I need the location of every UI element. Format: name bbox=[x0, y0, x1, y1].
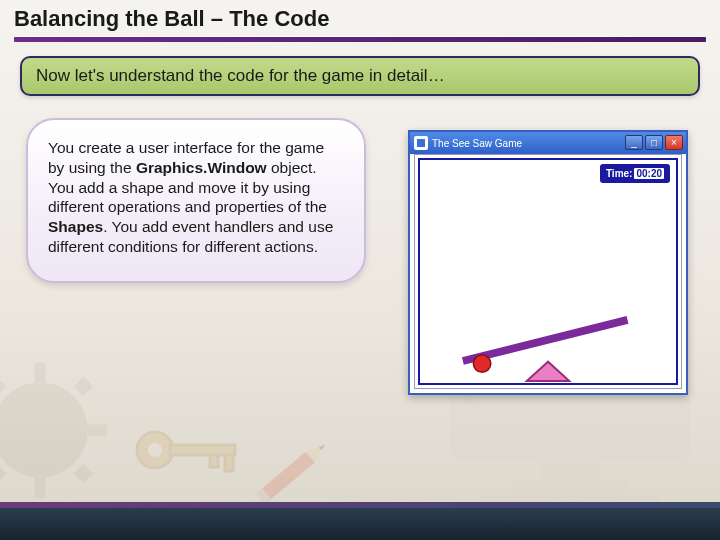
svg-rect-1 bbox=[34, 363, 45, 383]
svg-rect-21 bbox=[540, 460, 600, 480]
slide: 4 Balancing the Ball – The Code Now let'… bbox=[0, 0, 720, 540]
desc-bold1: Graphics.Window bbox=[136, 159, 267, 176]
svg-rect-2 bbox=[34, 478, 45, 498]
pencil-icon bbox=[251, 430, 339, 511]
svg-point-10 bbox=[137, 432, 173, 468]
svg-rect-12 bbox=[170, 445, 235, 455]
gear-icon bbox=[0, 360, 110, 500]
svg-rect-15 bbox=[256, 452, 315, 505]
svg-rect-14 bbox=[225, 455, 233, 471]
svg-marker-17 bbox=[319, 443, 327, 451]
game-scene bbox=[420, 160, 676, 383]
footer-bar bbox=[0, 506, 720, 540]
svg-rect-4 bbox=[88, 424, 108, 435]
minimize-icon: _ bbox=[631, 137, 637, 148]
description-box: You create a user interface for the game… bbox=[26, 118, 366, 283]
svg-rect-22 bbox=[510, 480, 630, 494]
game-canvas: Time:00:20 bbox=[418, 158, 678, 385]
close-button[interactable]: × bbox=[665, 135, 683, 150]
app-icon bbox=[414, 136, 428, 150]
fulcrum-shape bbox=[527, 362, 570, 381]
svg-point-11 bbox=[148, 443, 162, 457]
svg-point-9 bbox=[23, 413, 57, 447]
intro-callout: Now let's understand the code for the ga… bbox=[20, 56, 700, 96]
page-title: Balancing the Ball – The Code bbox=[14, 6, 706, 32]
svg-marker-16 bbox=[306, 441, 328, 463]
svg-rect-6 bbox=[74, 377, 94, 397]
window-client: Time:00:20 bbox=[414, 154, 682, 389]
close-icon: × bbox=[671, 137, 677, 148]
maximize-icon: □ bbox=[651, 137, 657, 148]
svg-rect-5 bbox=[0, 377, 6, 397]
key-icon bbox=[130, 420, 250, 480]
title-underline bbox=[14, 36, 706, 42]
desc-bold2: Shapes bbox=[48, 218, 103, 235]
window-buttons: _ □ × bbox=[625, 135, 683, 150]
svg-rect-8 bbox=[74, 464, 94, 484]
svg-rect-7 bbox=[0, 464, 6, 484]
window-titlebar: The See Saw Game _ □ × bbox=[410, 132, 686, 154]
ball-shape bbox=[473, 355, 490, 372]
svg-point-0 bbox=[0, 382, 88, 477]
title-area: Balancing the Ball – The Code bbox=[0, 0, 720, 42]
intro-text: Now let's understand the code for the ga… bbox=[36, 66, 445, 85]
minimize-button[interactable]: _ bbox=[625, 135, 643, 150]
svg-rect-24 bbox=[417, 139, 425, 147]
game-window: The See Saw Game _ □ × Time:00:20 bbox=[408, 130, 688, 395]
svg-rect-13 bbox=[210, 455, 218, 467]
window-title: The See Saw Game bbox=[432, 138, 522, 149]
maximize-button[interactable]: □ bbox=[645, 135, 663, 150]
